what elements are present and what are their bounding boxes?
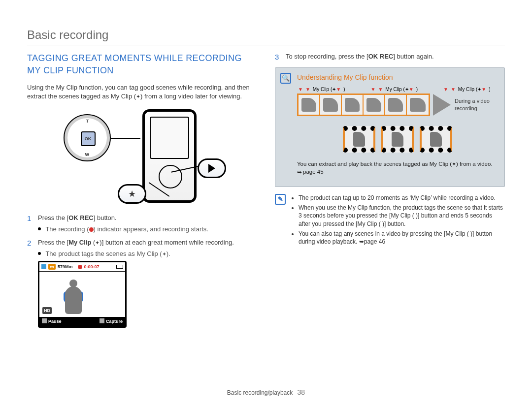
camera-body	[142, 109, 197, 203]
skateboarder-silhouette	[65, 286, 82, 314]
step-2: 2 Press the [My Clip (✦)] button at each…	[27, 238, 257, 327]
record-indicator-icon	[78, 265, 82, 269]
step-number: 1	[27, 214, 33, 233]
magnifier-icon: 🔍	[280, 73, 291, 84]
info-bullets: The product can tag up to 20 moments as …	[291, 194, 505, 248]
storage-badge: ▭	[48, 264, 56, 270]
intro-text: Using the My Clip function, you can tag …	[27, 83, 257, 100]
recording-preview: ▭ 579Min 0:00:07 HD Pause	[38, 261, 127, 327]
timeline-strip: During a video recording	[297, 94, 498, 116]
step-1: 1 Press the [OK REC] button. The recordi…	[27, 214, 257, 233]
dpad-w-label: W	[85, 152, 90, 157]
left-column: TAGGING GREAT MOMENTS WHILE RECORDING MY…	[27, 52, 257, 332]
pause-label: Pause	[48, 319, 62, 324]
step-number: 3	[275, 52, 281, 62]
my-clip-icon: ✦	[136, 94, 140, 99]
my-clip-icon: ✦	[452, 161, 456, 167]
info-item: When you use the My Clip function, the p…	[299, 204, 505, 228]
play-button-callout	[198, 158, 226, 178]
minutes-remaining: 579Min	[58, 264, 73, 270]
info-item: You can also tag any scenes in a video b…	[299, 230, 505, 246]
step-sub: The recording () indicator appears, and …	[38, 225, 257, 234]
note-icon: ✎	[275, 194, 286, 205]
info-block: ✎ The product can tag up to 20 moments a…	[275, 194, 505, 248]
dpad-illustration: OK T W	[64, 114, 111, 161]
camera-diagram: OK T W	[59, 106, 226, 205]
step-text: Press the [My Clip (✦)] button at each g…	[38, 239, 234, 246]
pause-icon	[42, 318, 47, 323]
panel-title: Understanding My Clip function	[297, 73, 498, 82]
camera-dpad	[159, 165, 182, 188]
step-text: To stop recording, press the [OK REC] bu…	[286, 53, 434, 60]
my-clip-icon: ✦	[95, 240, 100, 246]
panel-note: You can extract and play back the scenes…	[297, 160, 498, 176]
sd-icon	[41, 264, 46, 269]
extracted-clips	[297, 126, 498, 153]
hd-badge: HD	[42, 307, 52, 314]
step-3: 3 To stop recording, press the [OK REC] …	[275, 52, 505, 62]
clip-thumbnail	[343, 126, 375, 153]
battery-icon	[116, 265, 123, 269]
arrow-right-icon	[433, 94, 451, 116]
page-footer: Basic recording/playback 38	[0, 388, 532, 397]
step-number: 2	[27, 238, 33, 327]
leader-line	[111, 138, 140, 139]
dpad-t-label: T	[86, 118, 89, 124]
ok-button: OK	[81, 131, 96, 146]
info-item: The product can tag up to 20 moments as …	[299, 194, 505, 202]
record-indicator-icon	[89, 227, 94, 232]
page-number: 38	[298, 388, 305, 396]
page-title: Basic recording	[27, 27, 505, 45]
footer-section: Basic recording/playback	[227, 389, 293, 396]
camera-screen	[150, 117, 189, 159]
my-clip-icon: ✦	[162, 251, 166, 257]
strip-caption: During a video recording	[455, 97, 498, 112]
capture-label: Capture	[106, 319, 123, 324]
section-heading: TAGGING GREAT MOMENTS WHILE RECORDING MY…	[27, 52, 257, 76]
step-sub: The product tags the scenes as My Clip (…	[38, 250, 257, 258]
my-clip-button-callout	[118, 184, 146, 204]
clip-thumbnail	[420, 126, 452, 153]
capture-icon	[100, 318, 104, 323]
right-column: 3 To stop recording, press the [OK REC] …	[275, 52, 505, 332]
clip-thumbnail	[381, 126, 414, 153]
step-text: Press the [OK REC] button.	[38, 214, 117, 221]
elapsed-time: 0:00:07	[84, 264, 100, 270]
clip-pin-labels: My Clip (✦) My Clip (✦) My Clip (✦)	[298, 86, 498, 93]
understanding-panel: 🔍 Understanding My Clip function My Clip…	[275, 67, 505, 187]
